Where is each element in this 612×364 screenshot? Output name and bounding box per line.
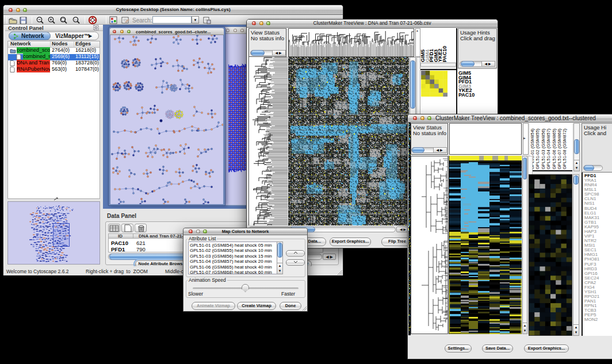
svg-text:1:1: 1:1 bbox=[74, 18, 78, 21]
